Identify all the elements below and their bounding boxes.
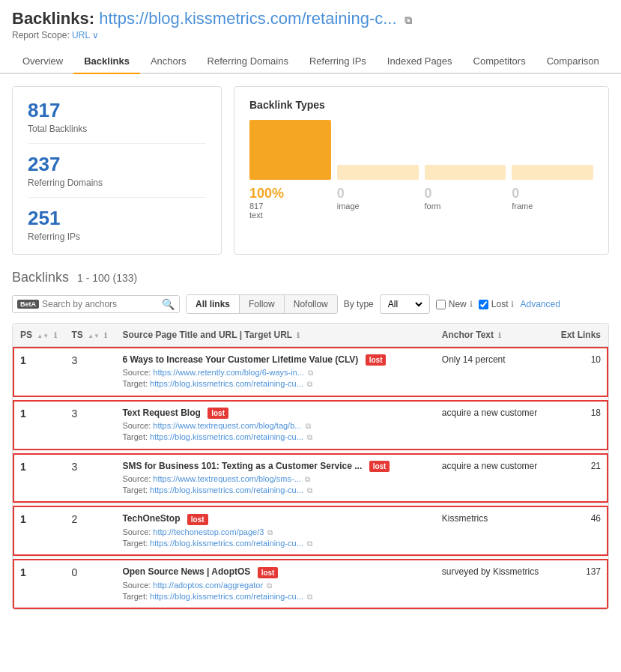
lost-info-icon: ℹ [511, 300, 514, 309]
anchor-info-icon: ℹ [498, 331, 501, 339]
lost-filter[interactable]: Lost ℹ [479, 299, 515, 309]
target-url-link[interactable]: https://blog.kissmetrics.com/retaining-c… [150, 379, 303, 388]
total-backlinks-value: 817 [28, 99, 206, 122]
table-row: 13 6 Ways to Increase Your Customer Life… [13, 347, 608, 397]
search-wrapper[interactable]: BetA 🔍 [12, 295, 180, 313]
source-url-link[interactable]: https://www.textrequest.com/blog/tag/b..… [153, 421, 301, 430]
type-select[interactable]: Alltextimageformframe [385, 298, 425, 310]
nav-tab-referring-domains[interactable]: Referring Domains [197, 49, 299, 74]
link-type-all-links[interactable]: All links [187, 295, 240, 313]
backlink-types-title: Backlink Types [249, 99, 593, 111]
source-url-link[interactable]: http://adoptos.com/aggregator [153, 581, 263, 590]
nav-tab-indexed-pages[interactable]: Indexed Pages [377, 49, 463, 74]
target-ext-icon[interactable]: ⧉ [307, 593, 312, 601]
source-url-line: Source: http://techonestop.com/page/3 ⧉ [122, 527, 426, 537]
target-ext-icon[interactable]: ⧉ [307, 433, 312, 441]
source-url-line: Source: https://www.textrequest.com/blog… [122, 474, 426, 484]
ps-cell: 1 [13, 453, 64, 503]
total-backlinks-stat: 817 Total Backlinks [28, 99, 206, 144]
filters-row: BetA 🔍 All linksFollowNofollow By type A… [12, 294, 609, 314]
table-row: 10 Open Source News | AdoptOS lost Sourc… [13, 559, 608, 608]
source-url-link[interactable]: https://www.textrequest.com/blog/sms-... [153, 474, 300, 483]
bar-label-form: 0 form [425, 186, 506, 220]
new-info-icon: ℹ [470, 300, 473, 309]
target-url-link[interactable]: https://blog.kissmetrics.com/retaining-c… [150, 432, 303, 441]
search-input[interactable] [42, 299, 162, 309]
ext-value: 18 [591, 408, 601, 418]
advanced-button[interactable]: Advanced [520, 299, 560, 309]
bar-pct-form: 0 [425, 186, 506, 202]
ext-value: 10 [591, 354, 601, 365]
ps-value: 1 [20, 408, 26, 420]
target-url-link[interactable]: https://blog.kissmetrics.com/retaining-c… [150, 485, 303, 494]
url-info-icon: ℹ [297, 331, 300, 339]
backlink-bars [249, 120, 593, 180]
source-ext-icon[interactable]: ⧉ [267, 581, 272, 590]
report-scope: Report Scope: URL ∨ [12, 30, 609, 40]
ext-links-cell: 10 [554, 347, 608, 397]
source-url-link[interactable]: https://www.retently.com/blog/6-ways-in.… [153, 368, 304, 377]
target-ext-icon[interactable]: ⧉ [307, 539, 312, 548]
nav-tab-backlinks[interactable]: Backlinks [73, 49, 140, 74]
source-ext-icon[interactable]: ⧉ [308, 369, 313, 377]
ts-value: 2 [72, 513, 78, 525]
target-ext-icon[interactable]: ⧉ [307, 486, 312, 494]
backlink-types-card: Backlink Types 100% 817 text0 image0 for… [234, 86, 609, 255]
page-title-url[interactable]: https://blog.kissmetrics.com/retaining-c… [99, 9, 396, 28]
bar-pct-text: 100% [249, 186, 331, 202]
source-url-link[interactable]: http://techonestop.com/page/3 [153, 527, 264, 536]
source-ext-icon[interactable]: ⧉ [305, 475, 310, 483]
bar-labels: 100% 817 text0 image0 form0 frame [249, 186, 593, 220]
nav-tab-competitors[interactable]: Competitors [463, 49, 536, 74]
type-select-wrapper[interactable]: Alltextimageformframe [380, 294, 430, 314]
bar-label-image: 0 image [337, 186, 419, 220]
link-type-follow[interactable]: Follow [240, 295, 285, 313]
ts-sort-icon[interactable]: ▲▼ [88, 333, 100, 339]
bar-type-frame: frame [512, 202, 593, 211]
nav-tab-anchors[interactable]: Anchors [140, 49, 197, 74]
new-filter[interactable]: New ℹ [436, 299, 473, 309]
target-ext-icon[interactable]: ⧉ [307, 380, 312, 388]
target-url-link[interactable]: https://blog.kissmetrics.com/retaining-c… [150, 592, 303, 601]
bar-frame [512, 165, 593, 180]
bar-image [337, 165, 419, 180]
source-ext-icon[interactable]: ⧉ [267, 528, 273, 536]
new-checkbox[interactable] [436, 300, 446, 309]
lost-badge: lost [369, 461, 390, 472]
bar-pct-frame: 0 [512, 186, 593, 202]
search-button[interactable]: 🔍 [162, 298, 175, 310]
lost-badge: lost [187, 514, 208, 525]
nav-tab-referring-ips[interactable]: Referring IPs [299, 49, 377, 74]
page-title-prefix: Backlinks: [12, 9, 94, 28]
link-type-nofollow[interactable]: Nofollow [285, 295, 337, 313]
target-url-link[interactable]: https://blog.kissmetrics.com/retaining-c… [150, 539, 303, 548]
ps-cell: 1 [13, 400, 64, 450]
lost-checkbox[interactable] [479, 300, 488, 309]
referring-domains-stat: 237 Referring Domains [28, 153, 206, 198]
ts-cell: 3 [64, 453, 115, 503]
target-url-line: Target: https://blog.kissmetrics.com/ret… [122, 432, 426, 442]
url-cell: Open Source News | AdoptOS lost Source: … [115, 559, 434, 608]
bar-type-text: text [249, 211, 331, 220]
bar-label-frame: 0 frame [512, 186, 593, 220]
table-container: PS ▲▼ ℹ TS ▲▼ ℹ Source Page Title and UR… [12, 323, 609, 610]
col-ext: Ext Links [554, 324, 608, 347]
bar-label-text: 100% 817 text [249, 186, 331, 220]
ext-link-icon[interactable]: ⧉ [405, 14, 412, 26]
nav-tab-comparison[interactable]: Comparison [536, 49, 610, 74]
main-content: 817 Total Backlinks 237 Referring Domain… [0, 74, 621, 622]
bar-type-form: form [425, 202, 506, 211]
anchor-cell: Kissmetrics [434, 506, 554, 556]
ps-info-icon: ℹ [54, 331, 57, 339]
url-cell: 6 Ways to Increase Your Customer Lifetim… [115, 347, 434, 397]
ps-sort-icon[interactable]: ▲▼ [37, 333, 49, 339]
nav-tab-overview[interactable]: Overview [12, 49, 73, 74]
target-url-line: Target: https://blog.kissmetrics.com/ret… [122, 592, 426, 602]
page-header: Backlinks: https://blog.kissmetrics.com/… [0, 0, 621, 43]
referring-ips-stat: 251 Referring IPs [28, 207, 206, 242]
table-row: 13 Text Request Blog lost Source: https:… [13, 400, 608, 450]
report-scope-link[interactable]: URL ∨ [72, 30, 99, 40]
source-url-line: Source: https://www.retently.com/blog/6-… [122, 368, 426, 378]
source-ext-icon[interactable]: ⧉ [306, 422, 311, 430]
backlinks-table: PS ▲▼ ℹ TS ▲▼ ℹ Source Page Title and UR… [13, 324, 608, 609]
